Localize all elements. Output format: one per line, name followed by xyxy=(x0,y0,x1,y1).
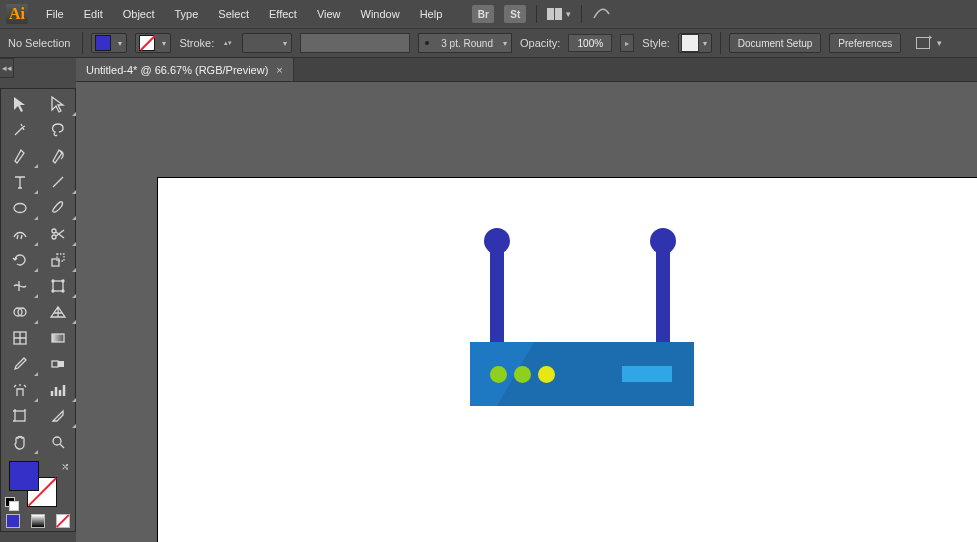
gpu-icon xyxy=(592,5,610,21)
router-artwork[interactable] xyxy=(470,236,694,406)
symbol-sprayer-tool[interactable] xyxy=(1,377,39,403)
scissors-tool[interactable] xyxy=(39,221,77,247)
bridge-button[interactable]: Br xyxy=(472,5,494,23)
stroke-label: Stroke: xyxy=(179,37,214,49)
svg-point-0 xyxy=(14,204,26,213)
stroke-swatch-icon xyxy=(139,35,155,51)
swap-fill-stroke-button[interactable]: ⤭ xyxy=(61,461,69,472)
stroke-weight-stepper[interactable]: ▴▾ xyxy=(222,40,234,46)
shape-builder-tool[interactable] xyxy=(1,299,39,325)
selection-tool[interactable] xyxy=(1,91,39,117)
arrange-documents-button[interactable]: ▾ xyxy=(547,8,571,20)
close-icon[interactable]: × xyxy=(276,64,282,76)
default-fill-stroke-button[interactable] xyxy=(5,497,17,509)
opacity-label: Opacity: xyxy=(520,37,560,49)
gpu-preview-button[interactable] xyxy=(592,5,610,23)
slice-tool[interactable] xyxy=(39,403,77,429)
svg-rect-14 xyxy=(52,361,58,367)
rotate-tool[interactable] xyxy=(1,247,39,273)
graphic-style-swatch-icon xyxy=(681,34,699,52)
document-tab[interactable]: Untitled-4* @ 66.67% (RGB/Preview) × xyxy=(76,58,294,81)
variable-width-profile-dropdown[interactable]: 3 pt. Round ▾ xyxy=(418,33,512,53)
brush-definition-dropdown[interactable] xyxy=(300,33,410,53)
color-mode-solid[interactable] xyxy=(1,511,26,531)
svg-point-6 xyxy=(52,280,54,282)
router-body xyxy=(470,342,694,406)
fill-color-dropdown[interactable]: ▾ xyxy=(91,33,127,53)
scale-tool[interactable] xyxy=(39,247,77,273)
magic-wand-tool[interactable] xyxy=(1,117,39,143)
menu-object[interactable]: Object xyxy=(113,3,165,25)
graphic-style-dropdown[interactable]: ▾ xyxy=(678,33,712,53)
blend-tool[interactable] xyxy=(39,351,77,377)
menu-edit[interactable]: Edit xyxy=(74,3,113,25)
artboard[interactable] xyxy=(158,178,977,542)
chevron-down-icon: ▾ xyxy=(158,39,170,48)
color-mode-row xyxy=(1,511,75,531)
line-segment-tool[interactable] xyxy=(39,169,77,195)
svg-rect-15 xyxy=(58,361,64,367)
menu-type[interactable]: Type xyxy=(165,3,209,25)
svg-rect-4 xyxy=(57,254,64,261)
menu-view[interactable]: View xyxy=(307,3,351,25)
svg-point-9 xyxy=(62,290,64,292)
adobe-stock-button[interactable]: St xyxy=(504,5,526,23)
arrange-documents-icon xyxy=(547,8,562,20)
chevron-down-icon: ▾ xyxy=(114,39,126,48)
eyedropper-tool[interactable] xyxy=(1,351,39,377)
menu-select[interactable]: Select xyxy=(208,3,259,25)
stroke-color-dropdown[interactable]: ▾ xyxy=(135,33,171,53)
opacity-input[interactable] xyxy=(568,34,612,52)
gradient-tool[interactable] xyxy=(39,325,77,351)
chevron-down-icon: ▾ xyxy=(566,9,571,19)
document-tab-title: Untitled-4* @ 66.67% (RGB/Preview) xyxy=(86,64,268,76)
fill-stroke-controls: ⤭ xyxy=(1,455,77,511)
chevron-down-icon: ▾ xyxy=(937,38,942,48)
paintbrush-tool[interactable] xyxy=(39,195,77,221)
tools-panel: ⤭ xyxy=(0,88,76,532)
opacity-dropdown-button[interactable]: ▸ xyxy=(620,34,634,52)
svg-point-8 xyxy=(52,290,54,292)
svg-rect-3 xyxy=(52,259,59,266)
chevron-down-icon: ▾ xyxy=(279,39,291,48)
perspective-grid-tool[interactable] xyxy=(39,299,77,325)
router-antenna-knob xyxy=(484,228,510,254)
shaper-tool[interactable] xyxy=(1,221,39,247)
artboard-tool[interactable] xyxy=(1,403,39,429)
router-led-icon xyxy=(514,366,531,383)
pen-tool[interactable] xyxy=(1,143,39,169)
menu-window[interactable]: Window xyxy=(351,3,410,25)
color-mode-gradient[interactable] xyxy=(26,511,51,531)
control-bar: No Selection ▾ ▾ Stroke: ▴▾ ▾ 3 pt. Roun… xyxy=(0,28,977,58)
menu-effect[interactable]: Effect xyxy=(259,3,307,25)
document-tab-bar: Untitled-4* @ 66.67% (RGB/Preview) × xyxy=(76,58,977,82)
document-setup-button[interactable]: Document Setup xyxy=(729,33,822,53)
lasso-tool[interactable] xyxy=(39,117,77,143)
router-antenna-knob xyxy=(650,228,676,254)
menu-file[interactable]: File xyxy=(36,3,74,25)
svg-rect-13 xyxy=(52,334,64,342)
preferences-button[interactable]: Preferences xyxy=(829,33,901,53)
menu-help[interactable]: Help xyxy=(410,3,453,25)
curvature-tool[interactable] xyxy=(39,143,77,169)
color-mode-none[interactable] xyxy=(50,511,75,531)
router-port-icon xyxy=(622,366,672,382)
direct-selection-tool[interactable] xyxy=(39,91,77,117)
fill-color-box[interactable] xyxy=(9,461,39,491)
style-label: Style: xyxy=(642,37,670,49)
svg-point-7 xyxy=(62,280,64,282)
stroke-weight-combo[interactable]: ▾ xyxy=(242,33,292,53)
column-graph-tool[interactable] xyxy=(39,377,77,403)
align-to-pixel-dropdown[interactable]: ▾ xyxy=(915,36,942,50)
type-tool[interactable] xyxy=(1,169,39,195)
router-antenna xyxy=(490,252,504,342)
free-transform-tool[interactable] xyxy=(39,273,77,299)
expand-panels-button[interactable]: ◂◂ xyxy=(0,58,14,78)
ellipse-tool[interactable] xyxy=(1,195,39,221)
hand-tool[interactable] xyxy=(1,429,39,455)
workspace[interactable] xyxy=(76,82,977,542)
width-tool[interactable] xyxy=(1,273,39,299)
menu-bar: Ai File Edit Object Type Select Effect V… xyxy=(0,0,977,28)
zoom-tool[interactable] xyxy=(39,429,77,455)
mesh-tool[interactable] xyxy=(1,325,39,351)
